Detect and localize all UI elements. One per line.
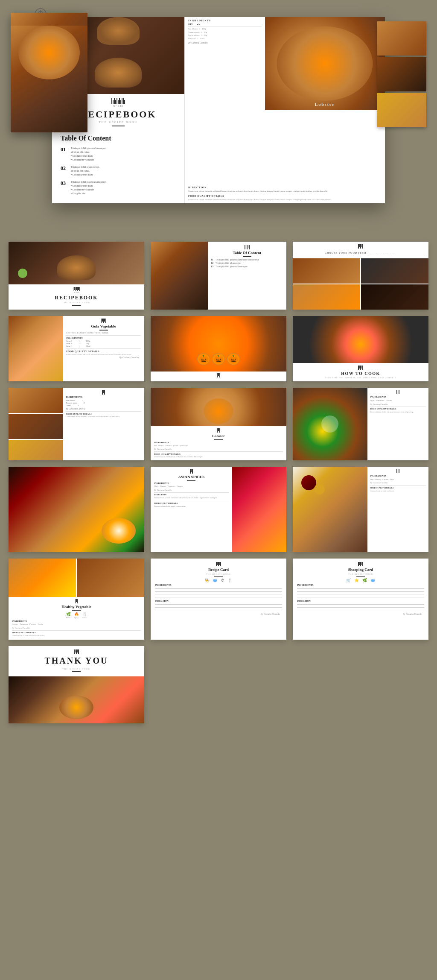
rc-barcode <box>155 562 282 566</box>
sc-dir: DIRECTION <box>297 600 424 602</box>
bl <box>217 562 218 565</box>
lobster-left-layout: INGREDIENTS Sea lobster1 Tomato paste2 G… <box>9 388 144 460</box>
bl <box>399 390 399 394</box>
title-underline <box>112 126 125 126</box>
flame-icon: 🔥 <box>74 612 79 616</box>
sc-title: Shooping Card <box>297 568 424 572</box>
barcode-lines <box>217 373 220 377</box>
toc-num: 03 <box>61 180 67 196</box>
lobster-title: Lobster <box>315 102 335 107</box>
asian-content: ASIAN SPICES INGREDIENTS Chili · Ginger … <box>151 467 232 552</box>
grid-photo-1 <box>293 258 360 284</box>
bl <box>358 366 359 370</box>
gula-barcode <box>66 319 141 323</box>
pumpkin-2 <box>212 353 225 365</box>
page-thank-you: THANK YOU THE RECIPE BOOK <box>9 646 144 724</box>
qty-header: QTY <box>188 23 193 25</box>
barcode-line <box>119 98 120 104</box>
rc-author: By Casiana Camelia <box>155 613 282 615</box>
hv-icon-2: 🔥Spicy <box>74 612 79 619</box>
bl <box>74 287 75 290</box>
sep <box>154 501 229 501</box>
toc-num: 01 <box>61 146 67 162</box>
eggs-ing: INGREDIENTS <box>370 395 426 398</box>
toc-left-photo <box>151 242 208 310</box>
bl <box>101 319 102 323</box>
barcode-lines <box>101 319 106 323</box>
hv-qd-text: Consectetur ut erat molestie sollicitud. <box>12 634 141 638</box>
htc-title: HOW TO COOK <box>296 371 425 376</box>
bl <box>77 649 78 652</box>
rc-form-lines-2 <box>155 604 282 610</box>
ir: Sea lobster1 <box>66 399 141 401</box>
hv-barcode <box>12 599 141 603</box>
toc-content: Table Of Content 01 Tristique ddhil ipsu… <box>52 130 184 203</box>
asian-dir-text: Consectetur ut erat molestie sollicitud … <box>154 496 229 500</box>
sc-author: By Casiana Camelia <box>297 613 424 615</box>
toc-num: 02 <box>211 262 214 264</box>
bl <box>219 428 220 433</box>
direction-panel: DIRECTION Consectetur ut erat molestie s… <box>185 184 385 203</box>
barcode-line <box>114 98 115 104</box>
ic: 3 <box>78 404 79 407</box>
author: By Casiana Camelia <box>66 356 141 359</box>
barcode-num: N° 148 <box>74 291 79 293</box>
gula-layout: Gula Vegetable LET THE FAMILY COME FROM … <box>9 316 144 381</box>
ic: 2 <box>84 402 85 404</box>
ei: Eggs · Tomatoes · Greens <box>370 399 426 402</box>
quality-label: FOOD QUALITY DETAILS <box>188 195 382 197</box>
lobster-center-content: Lobster INGREDIENTS Sea lobster · Tomato… <box>151 426 286 460</box>
clock-icon: ⏱ <box>221 578 224 582</box>
sep <box>154 492 229 493</box>
egg-yolk <box>321 415 338 433</box>
grid-photo-2 <box>361 258 428 284</box>
eggs-qdt: Lorem ipsum dolor sit amet consectetur a… <box>370 410 426 414</box>
barcode-lines <box>216 562 221 566</box>
bl <box>104 390 105 395</box>
lp2 <box>9 414 63 439</box>
bl <box>76 287 77 290</box>
bl <box>216 562 217 566</box>
pumpkin-food-bg <box>151 316 286 372</box>
il: Serve <box>82 617 87 619</box>
asian-barcode <box>154 469 229 474</box>
page-shopping-card: Shooping Card THE RECIPE BOOK 🛒 ⭐ 🌿 🥣 IN… <box>293 559 428 640</box>
page-cover: N° 148 RECIPEBOOK THE RECIPE BOOK <box>9 242 144 310</box>
asian-qd: FOOD QUALITY DETAILS <box>154 502 229 504</box>
asian-layout: ASIAN SPICES INGREDIENTS Chili · Ginger … <box>151 467 286 552</box>
barcode-lines <box>73 287 80 291</box>
page-toc: Table Of Content 01Tristique ddhil ipsum… <box>151 242 286 310</box>
bl <box>218 373 219 376</box>
lc-ing-rows: Sea lobster · Tomato · Garlic · Olive oi… <box>154 444 283 448</box>
bl <box>103 390 104 393</box>
bl <box>360 244 361 249</box>
toc-item-2: 02 Tristique ddhil ullamcorper.all sit u… <box>61 165 176 177</box>
rc-icons: 👨‍🍳 🥣 ⏱ 🍴 <box>155 578 282 582</box>
barcode-lines <box>190 469 193 474</box>
rc-title: Recipe Card <box>155 568 282 572</box>
rice-bowl <box>102 518 136 544</box>
barcode-lines <box>217 428 220 433</box>
fl <box>155 588 282 589</box>
barcode-line <box>120 100 121 104</box>
bowl-icon: 🥣 <box>370 578 375 582</box>
eggs-layout: INGREDIENTS Eggs · Tomatoes · Greens By … <box>293 388 428 460</box>
bl <box>76 649 77 654</box>
book-spread: N° 148 RECIPEBOOK THE RECIPE BOOK Table … <box>52 17 385 203</box>
lc-qd-text: Consectetur ut erat molestie sollicitud … <box>154 456 283 458</box>
ic: 1 <box>79 340 80 342</box>
thankyou-title: THANK YOU <box>13 656 140 666</box>
eggs-photo <box>293 388 367 460</box>
page-lobster-center: Lobster INGREDIENTS Sea lobster · Tomato… <box>151 388 286 460</box>
bl <box>218 428 219 431</box>
asian-divider <box>187 480 195 481</box>
card-title: RECIPEBOOK <box>12 295 141 301</box>
hv-photos <box>9 559 144 597</box>
toc-card-layout: Table Of Content 01Tristique ddhil ipsum… <box>151 242 286 310</box>
ing-label: INGREDIENTS <box>188 19 262 22</box>
bl <box>75 287 76 291</box>
hv-ing-text: Greens · Tomatoes · Peppers · Herbs <box>12 623 141 626</box>
bl <box>218 562 219 566</box>
bl <box>77 599 78 603</box>
pumpkin-faces <box>197 353 240 365</box>
